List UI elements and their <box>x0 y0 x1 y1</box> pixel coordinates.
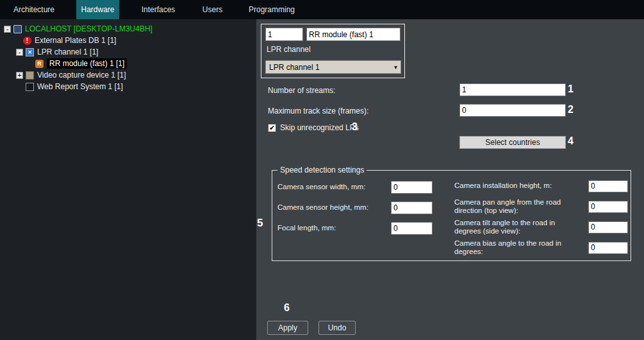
camera-bias-angle-label: Camera bias angle to the road in degrees… <box>454 239 574 256</box>
collapse-icon[interactable] <box>4 26 11 33</box>
tab-hardware[interactable]: Hardware <box>76 0 119 19</box>
camera-sensor-width-row: Camera sensor width, mm: <box>277 177 433 198</box>
camera-bias-angle-row: Camera bias angle to the road in degrees… <box>454 237 628 258</box>
speed-left-column: Camera sensor width, mm: Camera sensor h… <box>277 177 433 239</box>
callout-3: 3 <box>352 121 358 133</box>
tree-item-lpr-channel[interactable]: LPR channel 1 [1] <box>0 46 256 58</box>
tree-item-label: Web Report System 1 [1] <box>37 82 123 91</box>
checkbox-checked-icon[interactable] <box>268 124 276 132</box>
skip-unrecognized-label: Skip unrecognized LPs <box>280 123 359 132</box>
camera-pan-angle-row: Camera pan angle from the road direction… <box>454 196 628 217</box>
camera-sensor-height-field[interactable] <box>391 201 433 214</box>
tab-programming[interactable]: Programming <box>245 0 298 19</box>
app-window: Architecture Hardware Interfaces Users P… <box>0 0 644 340</box>
tree-item-external-plates-db[interactable]: External Plates DB 1 [1] <box>0 35 256 46</box>
speed-right-column: Camera installation height, m: Camera pa… <box>454 176 628 258</box>
camera-sensor-width-field[interactable] <box>391 181 433 194</box>
lpr-channel-select[interactable]: LPR channel 1 ▾ <box>265 60 401 74</box>
expand-icon[interactable] <box>16 72 23 79</box>
tree-item-label-selected: RR module (fast) 1 [1] <box>47 58 127 69</box>
tree-item-label: LOCALHOST [DESKTOP-LM3U4BH] <box>25 24 153 33</box>
web-report-icon <box>26 83 34 91</box>
callout-6: 6 <box>284 302 290 314</box>
video-capture-icon <box>26 71 34 80</box>
tree-item-localhost[interactable]: LOCALHOST [DESKTOP-LM3U4BH] <box>0 23 256 35</box>
camera-tilt-angle-field[interactable] <box>588 221 628 234</box>
camera-installation-height-row: Camera installation height, m: <box>454 176 628 196</box>
camera-sensor-height-row: Camera sensor height, mm: <box>277 198 433 218</box>
object-id-field[interactable] <box>265 28 303 41</box>
tree-item-label: Video capture device 1 [1] <box>37 71 126 80</box>
tree-item-label: External Plates DB 1 [1] <box>35 36 116 45</box>
tree-item-web-report-system[interactable]: Web Report System 1 [1] <box>0 81 256 92</box>
camera-tilt-angle-row: Camera tilt angle to the road in degrees… <box>454 217 628 237</box>
select-countries-button[interactable]: Select countries <box>459 136 566 149</box>
camera-sensor-height-label: Camera sensor height, mm: <box>277 203 385 212</box>
callout-4: 4 <box>568 135 574 147</box>
lpr-channel-icon <box>26 48 34 56</box>
tab-users[interactable]: Users <box>194 0 231 19</box>
focal-length-label: Focal length, mm: <box>277 224 385 232</box>
camera-sensor-width-label: Camera sensor width, mm: <box>277 183 385 191</box>
focal-length-row: Focal length, mm: <box>277 218 433 239</box>
tab-architecture[interactable]: Architecture <box>5 0 63 19</box>
max-track-size-field[interactable] <box>459 104 566 117</box>
number-of-streams-label: Number of streams: <box>268 86 335 95</box>
tree-item-label: LPR channel 1 [1] <box>37 47 98 56</box>
speed-detection-group-title: Speed detection settings <box>277 166 367 174</box>
object-name-field[interactable] <box>306 28 400 41</box>
top-tab-bar: Architecture Hardware Interfaces Users P… <box>0 0 644 19</box>
tab-interfaces[interactable]: Interfaces <box>130 0 186 19</box>
speed-detection-group: Speed detection settings Camera sensor w… <box>272 170 631 261</box>
skip-unrecognized-checkbox-row[interactable]: Skip unrecognized LPs <box>268 123 359 132</box>
alert-icon <box>23 37 31 45</box>
number-of-streams-field[interactable] <box>459 83 566 96</box>
identity-group: LPR channel LPR channel 1 ▾ <box>261 24 405 78</box>
camera-pan-angle-label: Camera pan angle from the road direction… <box>454 198 574 215</box>
camera-bias-angle-field[interactable] <box>588 242 628 254</box>
camera-pan-angle-field[interactable] <box>588 201 628 213</box>
lpr-channel-label: LPR channel <box>267 45 311 54</box>
undo-button[interactable]: Undo <box>318 321 356 335</box>
camera-installation-height-field[interactable] <box>588 180 628 192</box>
collapse-icon[interactable] <box>16 49 23 56</box>
lpr-channel-selected-value: LPR channel 1 <box>269 63 320 72</box>
tree-item-rr-module[interactable]: RR module (fast) 1 [1] <box>0 58 256 69</box>
callout-2: 2 <box>568 104 574 115</box>
callout-5: 5 <box>257 217 263 230</box>
tree-item-video-capture-device[interactable]: Video capture device 1 [1] <box>0 69 256 81</box>
callout-1: 1 <box>568 83 574 95</box>
camera-tilt-angle-label: Camera tilt angle to the road in degrees… <box>454 219 574 235</box>
object-tree: LOCALHOST [DESKTOP-LM3U4BH] External Pla… <box>0 19 256 340</box>
camera-installation-height-label: Camera installation height, m: <box>454 182 574 190</box>
chevron-down-icon: ▾ <box>394 64 397 71</box>
max-track-size-label: Maximum track size (frames): <box>268 106 368 115</box>
focal-length-field[interactable] <box>391 222 433 235</box>
computer-icon <box>13 25 22 33</box>
settings-panel: LPR channel LPR channel 1 ▾ Number of st… <box>256 19 644 340</box>
rr-module-icon <box>35 60 44 68</box>
apply-button[interactable]: Apply <box>267 321 308 335</box>
